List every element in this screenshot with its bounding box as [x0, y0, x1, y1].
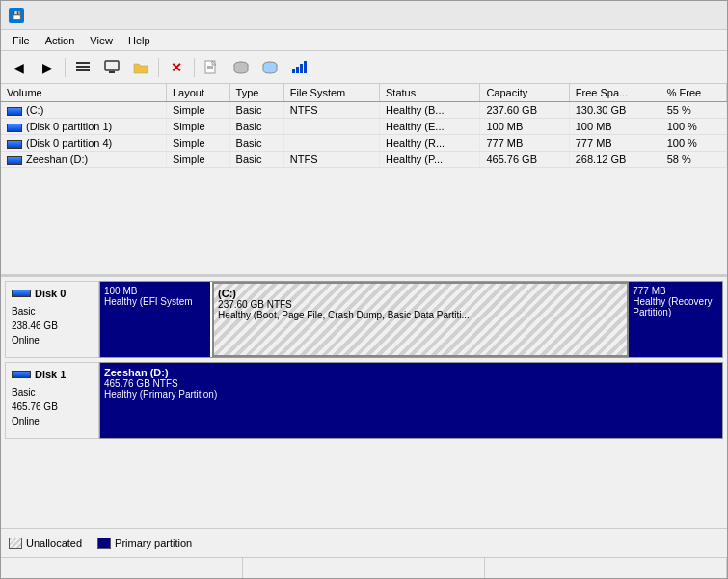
toolbar-new[interactable]: [199, 55, 226, 80]
cell-status: Healthy (E...: [380, 119, 480, 135]
table-row[interactable]: (Disk 0 partition 1) Simple Basic Health…: [1, 119, 727, 135]
cell-fs: [283, 135, 379, 152]
cell-pct: 55 %: [661, 102, 726, 119]
maximize-button[interactable]: [631, 1, 675, 30]
cell-status: Healthy (B...: [380, 102, 480, 119]
status-seg-2: [243, 558, 485, 578]
cell-free: 268.12 GB: [569, 152, 661, 168]
disk-visual-section: Disk 0 Basic 238.46 GB Online 100 MB Hea…: [1, 277, 727, 528]
svg-rect-12: [300, 64, 303, 73]
volume-table: Volume Layout Type File System Status Ca…: [1, 84, 727, 168]
disk0-recovery-label: Healthy (Recovery Partition): [633, 296, 718, 317]
toolbar-list[interactable]: [69, 55, 96, 80]
volume-table-section: Volume Layout Type File System Status Ca…: [1, 84, 727, 277]
cell-free: 130.30 GB: [569, 102, 661, 119]
toolbar-forward[interactable]: ▶: [34, 55, 61, 80]
close-button[interactable]: [675, 1, 719, 30]
svg-rect-3: [105, 61, 119, 70]
status-seg-1: [1, 558, 243, 578]
toolbar-sep-2: [158, 58, 159, 77]
legend-bar: Unallocated Primary partition: [1, 528, 727, 557]
col-type: Type: [229, 84, 283, 102]
svg-rect-10: [292, 69, 295, 73]
cell-pct: 58 %: [661, 152, 726, 168]
disk0-bar-icon: [12, 290, 31, 297]
disk1-d-label: Healthy (Primary Partition): [104, 389, 718, 400]
menu-bar: File Action View Help: [1, 30, 727, 51]
table-row[interactable]: (Disk 0 partition 4) Simple Basic Health…: [1, 135, 727, 152]
menu-action[interactable]: Action: [38, 33, 83, 48]
menu-file[interactable]: File: [5, 33, 38, 48]
col-status: Status: [380, 84, 480, 102]
col-pct: % Free: [661, 84, 726, 102]
disk0-part-c[interactable]: (C:) 237.60 GB NTFS Healthy (Boot, Page …: [212, 282, 629, 357]
col-volume: Volume: [1, 84, 166, 102]
cell-capacity: 237.60 GB: [480, 102, 569, 119]
toolbar-back[interactable]: ◀: [5, 55, 32, 80]
disk1-part-d[interactable]: Zeeshan (D:) 465.76 GB NTFS Healthy (Pri…: [100, 363, 722, 438]
legend-unallocated-box: [9, 538, 22, 549]
disk0-c-name: (C:): [218, 288, 623, 299]
cell-fs: NTFS: [283, 152, 379, 168]
svg-rect-4: [109, 71, 115, 73]
disk0-status: Online: [12, 333, 93, 347]
disk1-bar-icon: [12, 371, 31, 378]
main-window: 💾 File Action View Help ◀ ▶ ✕: [0, 0, 728, 579]
cell-capacity: 100 MB: [480, 119, 569, 135]
cell-capacity: 465.76 GB: [480, 152, 569, 168]
toolbar: ◀ ▶ ✕: [1, 51, 727, 84]
cell-volume: (C:): [1, 102, 166, 119]
toolbar-folder[interactable]: [127, 55, 154, 80]
disk0-row: Disk 0 Basic 238.46 GB Online 100 MB Hea…: [5, 281, 723, 358]
toolbar-sep-1: [65, 58, 66, 77]
disk0-c-label: Healthy (Boot, Page File, Crash Dump, Ba…: [218, 310, 623, 320]
status-bar: [1, 557, 727, 578]
window-controls: [586, 1, 719, 30]
menu-view[interactable]: View: [82, 33, 121, 48]
cell-free: 100 MB: [569, 119, 661, 135]
table-row[interactable]: Zeeshan (D:) Simple Basic NTFS Healthy (…: [1, 152, 727, 168]
toolbar-sep-3: [194, 58, 195, 77]
legend-unallocated-label: Unallocated: [26, 538, 82, 549]
disk0-partitions: 100 MB Healthy (EFI System (C:) 237.60 G…: [99, 281, 723, 358]
disk0-label: Disk 0 Basic 238.46 GB Online: [5, 281, 99, 358]
svg-rect-1: [76, 66, 90, 68]
col-fs: File System: [283, 84, 379, 102]
legend-primary-label: Primary partition: [115, 538, 192, 549]
col-capacity: Capacity: [480, 84, 569, 102]
title-bar: 💾: [1, 1, 727, 30]
toolbar-disk1[interactable]: [228, 55, 255, 80]
cell-free: 777 MB: [569, 135, 661, 152]
menu-help[interactable]: Help: [121, 33, 158, 48]
table-header-row: Volume Layout Type File System Status Ca…: [1, 84, 727, 102]
minimize-button[interactable]: [586, 1, 631, 30]
app-icon: 💾: [9, 8, 24, 23]
legend-primary: Primary partition: [97, 538, 192, 549]
disk1-label: Disk 1 Basic 465.76 GB Online: [5, 362, 99, 439]
disk0-part-efi[interactable]: 100 MB Healthy (EFI System: [100, 282, 212, 357]
disk0-part-recovery[interactable]: 777 MB Healthy (Recovery Partition): [629, 282, 722, 357]
disk0-type: Basic: [12, 304, 93, 318]
disk0-efi-label: Healthy (EFI System: [104, 296, 206, 307]
toolbar-chart[interactable]: [285, 55, 312, 80]
table-row[interactable]: (C:) Simple Basic NTFS Healthy (B... 237…: [1, 102, 727, 119]
disk0-name: Disk 0: [35, 286, 66, 302]
toolbar-disk2[interactable]: [256, 55, 283, 80]
disk1-size: 465.76 GB: [12, 400, 93, 414]
svg-rect-2: [76, 69, 90, 71]
cell-status: Healthy (P...: [380, 152, 480, 168]
cell-type: Basic: [229, 102, 283, 119]
cell-layout: Simple: [166, 119, 229, 135]
disk1-status: Online: [12, 414, 93, 428]
cell-status: Healthy (R...: [380, 135, 480, 152]
svg-rect-11: [296, 67, 299, 73]
disk1-name: Disk 1: [35, 367, 66, 383]
cell-volume: (Disk 0 partition 1): [1, 119, 166, 135]
cell-fs: [283, 119, 379, 135]
status-seg-3: [485, 558, 727, 578]
disk1-row: Disk 1 Basic 465.76 GB Online Zeeshan (D…: [5, 362, 723, 439]
cell-type: Basic: [229, 135, 283, 152]
cell-volume: Zeeshan (D:): [1, 152, 166, 168]
toolbar-delete[interactable]: ✕: [163, 55, 190, 80]
toolbar-display[interactable]: [98, 55, 125, 80]
